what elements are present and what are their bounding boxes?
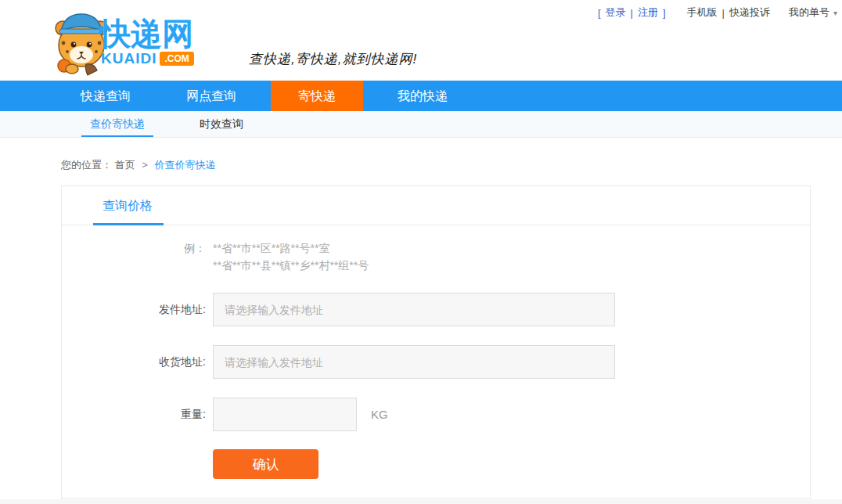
my-tracking-menu[interactable]: 我的单号 ▾	[789, 5, 837, 20]
example-line-1: **省**市**区**路**号**室	[213, 239, 369, 257]
nav-item-my-express[interactable]: 我的快递	[376, 81, 469, 111]
weight-unit-label: KG	[371, 408, 388, 421]
auth-separator: |	[628, 7, 635, 19]
breadcrumb-separator: >	[142, 159, 148, 171]
chevron-down-icon: ▾	[833, 9, 837, 17]
brand-name: 快递网	[99, 13, 193, 56]
topbar-divider: |	[718, 7, 729, 19]
breadcrumb-current-link[interactable]: 价查价寄快递	[154, 159, 215, 171]
example-line-2: **省**市**县**镇**乡**村**组**号	[213, 257, 369, 274]
subnav-item-time-query[interactable]: 时效查询	[191, 111, 252, 137]
login-link[interactable]: 登录	[603, 5, 628, 20]
register-link[interactable]: 注册	[635, 5, 660, 20]
weight-label: 重量:	[62, 408, 206, 422]
brand-domain-text: KUAIDI	[101, 50, 157, 67]
example-label: 例：	[62, 239, 206, 257]
sender-address-label: 发件地址:	[62, 303, 206, 317]
my-tracking-label: 我的单号	[789, 5, 829, 20]
sub-nav: 查价寄快递 时效查询	[0, 111, 842, 138]
mobile-complaint-links: 手机版 | 快递投诉	[687, 5, 770, 20]
site-logo[interactable]: 快递网 KUAIDI .COM 查快递,寄快递,就到快递网!	[52, 6, 380, 78]
bracket-open: [	[596, 7, 603, 19]
weight-row: 重量: KG	[62, 398, 810, 431]
receiver-address-input[interactable]	[213, 345, 615, 379]
receiver-address-row: 收货地址:	[62, 345, 810, 379]
example-row: 例： **省**市**区**路**号**室 **省**市**县**镇**乡**村…	[62, 239, 810, 274]
weight-input[interactable]	[213, 398, 357, 431]
bottom-divider	[0, 499, 842, 504]
tab-active-underline	[93, 223, 164, 225]
confirm-button[interactable]: 确认	[213, 449, 318, 479]
price-query-panel: 查询价格 例： **省**市**区**路**号**室 **省**市**县**镇*…	[61, 185, 811, 499]
nav-item-express-query[interactable]: 快递查询	[59, 81, 152, 111]
breadcrumb-prefix: 您的位置：	[61, 159, 112, 171]
nav-item-branch-query[interactable]: 网点查询	[165, 81, 257, 111]
brand-tagline: 查快递,寄快递,就到快递网!	[249, 50, 417, 68]
main-nav: 快递查询 网点查询 寄快递 我的快递	[0, 81, 842, 111]
sender-address-row: 发件地址:	[62, 293, 810, 326]
sender-address-input[interactable]	[213, 293, 615, 326]
auth-links: [ 登录 | 注册 ]	[596, 5, 668, 20]
breadcrumb: 您的位置： 首页 > 价查价寄快递	[61, 158, 215, 172]
tab-query-price[interactable]: 查询价格	[103, 186, 153, 225]
panel-tab-row: 查询价格	[62, 186, 810, 225]
receiver-address-label: 收货地址:	[62, 355, 206, 369]
nav-item-send-express[interactable]: 寄快递	[271, 81, 363, 111]
bracket-close: ]	[660, 7, 668, 19]
brand-domain-suffix-badge: .COM	[160, 52, 193, 66]
mobile-version-link[interactable]: 手机版	[687, 5, 718, 20]
subnav-item-price-query[interactable]: 查价寄快递	[81, 111, 153, 137]
brand-domain: KUAIDI .COM	[101, 50, 194, 67]
example-lines: **省**市**区**路**号**室 **省**市**县**镇**乡**村**组…	[213, 239, 369, 274]
topbar: [ 登录 | 注册 ] 手机版 | 快递投诉 我的单号 ▾	[596, 5, 837, 20]
page: [ 登录 | 注册 ] 手机版 | 快递投诉 我的单号 ▾	[0, 0, 842, 504]
breadcrumb-home-link[interactable]: 首页	[115, 159, 135, 171]
complaint-link[interactable]: 快递投诉	[729, 5, 770, 20]
